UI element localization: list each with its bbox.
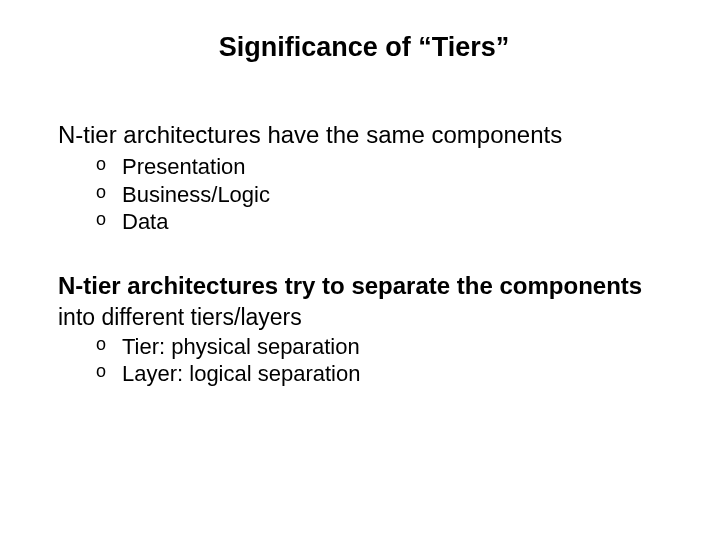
list-item: Data [96,208,670,236]
section-heading-1: N-tier architectures have the same compo… [58,121,670,149]
section-separation: N-tier architectures try to separate the… [58,272,670,388]
separation-list: Tier: physical separation Layer: logical… [58,333,670,388]
section-components: N-tier architectures have the same compo… [58,121,670,236]
section-subline: into different tiers/layers [58,304,670,331]
list-item: Layer: logical separation [96,360,670,388]
list-item: Presentation [96,153,670,181]
heading-bold-part: N-tier architectures try to separate the… [58,272,642,299]
components-list: Presentation Business/Logic Data [58,153,670,236]
list-item: Business/Logic [96,181,670,209]
list-item: Tier: physical separation [96,333,670,361]
section-heading-2: N-tier architectures try to separate the… [58,272,670,300]
slide-title: Significance of “Tiers” [58,32,670,63]
